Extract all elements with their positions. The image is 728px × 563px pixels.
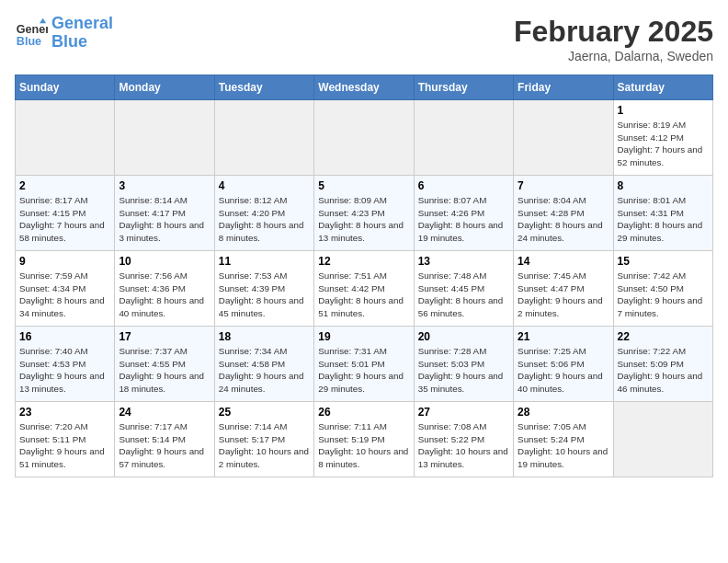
day-info: Sunrise: 7:20 AM Sunset: 5:11 PM Dayligh… (19, 420, 110, 471)
day-number: 24 (119, 406, 210, 419)
day-cell: 23Sunrise: 7:20 AM Sunset: 5:11 PM Dayli… (16, 402, 115, 477)
day-cell: 20Sunrise: 7:28 AM Sunset: 5:03 PM Dayli… (414, 327, 513, 402)
day-info: Sunrise: 7:14 AM Sunset: 5:17 PM Dayligh… (219, 420, 310, 471)
day-number: 19 (318, 330, 409, 343)
day-info: Sunrise: 7:17 AM Sunset: 5:14 PM Dayligh… (119, 420, 210, 471)
day-cell: 28Sunrise: 7:05 AM Sunset: 5:24 PM Dayli… (514, 402, 613, 477)
svg-text:Blue: Blue (17, 34, 41, 47)
day-cell: 26Sunrise: 7:11 AM Sunset: 5:19 PM Dayli… (314, 402, 414, 477)
weekday-header-row: SundayMondayTuesdayWednesdayThursdayFrid… (16, 75, 713, 100)
day-info: Sunrise: 7:51 AM Sunset: 4:42 PM Dayligh… (318, 270, 409, 320)
day-number: 26 (318, 406, 409, 419)
day-info: Sunrise: 7:59 AM Sunset: 4:34 PM Dayligh… (19, 270, 110, 320)
day-number: 4 (219, 179, 310, 192)
day-info: Sunrise: 7:25 AM Sunset: 5:06 PM Dayligh… (518, 345, 609, 396)
day-info: Sunrise: 7:45 AM Sunset: 4:47 PM Dayligh… (518, 270, 609, 320)
day-cell: 18Sunrise: 7:34 AM Sunset: 4:58 PM Dayli… (214, 327, 313, 402)
day-number: 14 (518, 255, 609, 268)
day-cell: 16Sunrise: 7:40 AM Sunset: 4:53 PM Dayli… (16, 327, 115, 402)
day-info: Sunrise: 7:11 AM Sunset: 5:19 PM Dayligh… (318, 420, 409, 471)
day-number: 2 (19, 179, 110, 192)
week-row-0: 1Sunrise: 8:19 AM Sunset: 4:12 PM Daylig… (16, 100, 713, 176)
day-number: 10 (119, 255, 210, 268)
day-info: Sunrise: 8:01 AM Sunset: 4:31 PM Dayligh… (618, 194, 709, 245)
day-cell: 2Sunrise: 8:17 AM Sunset: 4:15 PM Daylig… (16, 176, 115, 251)
calendar-table: SundayMondayTuesdayWednesdayThursdayFrid… (15, 75, 713, 477)
day-cell: 22Sunrise: 7:22 AM Sunset: 5:09 PM Dayli… (613, 327, 712, 402)
day-cell (314, 100, 414, 176)
day-info: Sunrise: 7:34 AM Sunset: 4:58 PM Dayligh… (219, 345, 310, 396)
day-info: Sunrise: 7:42 AM Sunset: 4:50 PM Dayligh… (618, 270, 709, 320)
calendar-header: SundayMondayTuesdayWednesdayThursdayFrid… (16, 75, 713, 100)
day-number: 22 (618, 330, 709, 343)
day-cell: 14Sunrise: 7:45 AM Sunset: 4:47 PM Dayli… (514, 251, 613, 327)
day-number: 23 (19, 406, 110, 419)
day-info: Sunrise: 8:17 AM Sunset: 4:15 PM Dayligh… (19, 194, 110, 245)
week-row-1: 2Sunrise: 8:17 AM Sunset: 4:15 PM Daylig… (16, 176, 713, 251)
day-number: 1 (618, 104, 709, 117)
day-number: 7 (518, 179, 609, 192)
day-info: Sunrise: 7:37 AM Sunset: 4:55 PM Dayligh… (119, 345, 210, 396)
day-info: Sunrise: 7:05 AM Sunset: 5:24 PM Dayligh… (518, 420, 609, 471)
week-row-3: 16Sunrise: 7:40 AM Sunset: 4:53 PM Dayli… (16, 327, 713, 402)
location-subtitle: Jaerna, Dalarna, Sweden (514, 49, 713, 63)
day-info: Sunrise: 7:56 AM Sunset: 4:36 PM Dayligh… (119, 270, 210, 320)
day-number: 9 (19, 255, 110, 268)
day-number: 11 (219, 255, 310, 268)
day-number: 16 (19, 330, 110, 343)
day-cell: 25Sunrise: 7:14 AM Sunset: 5:17 PM Dayli… (214, 402, 313, 477)
day-cell: 13Sunrise: 7:48 AM Sunset: 4:45 PM Dayli… (414, 251, 513, 327)
day-cell: 11Sunrise: 7:53 AM Sunset: 4:39 PM Dayli… (214, 251, 313, 327)
weekday-tuesday: Tuesday (214, 75, 313, 100)
day-cell: 4Sunrise: 8:12 AM Sunset: 4:20 PM Daylig… (214, 176, 313, 251)
calendar-body: 1Sunrise: 8:19 AM Sunset: 4:12 PM Daylig… (16, 100, 713, 477)
day-number: 17 (119, 330, 210, 343)
day-cell: 27Sunrise: 7:08 AM Sunset: 5:22 PM Dayli… (414, 402, 513, 477)
day-number: 28 (518, 406, 609, 419)
weekday-friday: Friday (514, 75, 613, 100)
day-cell (16, 100, 115, 176)
day-cell: 15Sunrise: 7:42 AM Sunset: 4:50 PM Dayli… (613, 251, 712, 327)
week-row-4: 23Sunrise: 7:20 AM Sunset: 5:11 PM Dayli… (16, 402, 713, 477)
day-info: Sunrise: 7:48 AM Sunset: 4:45 PM Dayligh… (418, 270, 509, 320)
day-cell: 3Sunrise: 8:14 AM Sunset: 4:17 PM Daylig… (115, 176, 214, 251)
week-row-2: 9Sunrise: 7:59 AM Sunset: 4:34 PM Daylig… (16, 251, 713, 327)
day-info: Sunrise: 8:09 AM Sunset: 4:23 PM Dayligh… (318, 194, 409, 245)
day-cell (613, 402, 712, 477)
day-info: Sunrise: 7:53 AM Sunset: 4:39 PM Dayligh… (219, 270, 310, 320)
day-cell: 5Sunrise: 8:09 AM Sunset: 4:23 PM Daylig… (314, 176, 414, 251)
weekday-saturday: Saturday (613, 75, 712, 100)
day-cell: 7Sunrise: 8:04 AM Sunset: 4:28 PM Daylig… (514, 176, 613, 251)
day-info: Sunrise: 8:14 AM Sunset: 4:17 PM Dayligh… (119, 194, 210, 245)
logo-text: GeneralBlue (51, 15, 113, 52)
day-info: Sunrise: 8:04 AM Sunset: 4:28 PM Dayligh… (518, 194, 609, 245)
day-number: 25 (219, 406, 310, 419)
day-cell: 6Sunrise: 8:07 AM Sunset: 4:26 PM Daylig… (414, 176, 513, 251)
day-cell: 17Sunrise: 7:37 AM Sunset: 4:55 PM Dayli… (115, 327, 214, 402)
day-cell (514, 100, 613, 176)
title-block: February 2025 Jaerna, Dalarna, Sweden (514, 15, 713, 63)
day-info: Sunrise: 7:28 AM Sunset: 5:03 PM Dayligh… (418, 345, 509, 396)
weekday-monday: Monday (115, 75, 214, 100)
day-cell (214, 100, 313, 176)
day-info: Sunrise: 8:19 AM Sunset: 4:12 PM Dayligh… (618, 119, 709, 169)
day-number: 20 (418, 330, 509, 343)
svg-marker-2 (40, 18, 46, 23)
day-cell: 10Sunrise: 7:56 AM Sunset: 4:36 PM Dayli… (115, 251, 214, 327)
day-cell: 19Sunrise: 7:31 AM Sunset: 5:01 PM Dayli… (314, 327, 414, 402)
day-number: 27 (418, 406, 509, 419)
day-cell: 12Sunrise: 7:51 AM Sunset: 4:42 PM Dayli… (314, 251, 414, 327)
day-number: 5 (318, 179, 409, 192)
weekday-thursday: Thursday (414, 75, 513, 100)
day-info: Sunrise: 7:22 AM Sunset: 5:09 PM Dayligh… (618, 345, 709, 396)
day-cell: 8Sunrise: 8:01 AM Sunset: 4:31 PM Daylig… (613, 176, 712, 251)
day-number: 3 (119, 179, 210, 192)
day-number: 6 (418, 179, 509, 192)
weekday-wednesday: Wednesday (314, 75, 414, 100)
page-header: General Blue GeneralBlue February 2025 J… (15, 15, 713, 63)
day-info: Sunrise: 7:40 AM Sunset: 4:53 PM Dayligh… (19, 345, 110, 396)
day-cell (115, 100, 214, 176)
logo: General Blue GeneralBlue (15, 15, 113, 52)
day-cell: 21Sunrise: 7:25 AM Sunset: 5:06 PM Dayli… (514, 327, 613, 402)
day-cell: 9Sunrise: 7:59 AM Sunset: 4:34 PM Daylig… (16, 251, 115, 327)
